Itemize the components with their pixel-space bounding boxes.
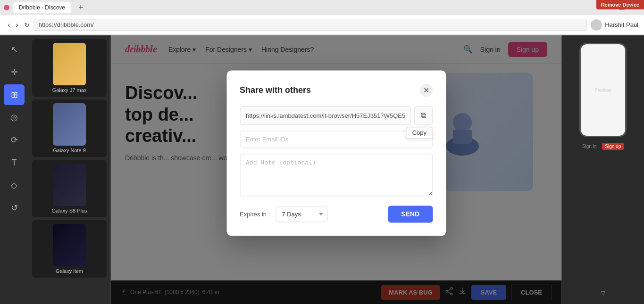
phone-frame: Preview bbox=[579, 43, 627, 137]
phone-sign-up-label: Sign up bbox=[602, 143, 624, 150]
user-info: Harshit Paul bbox=[591, 19, 638, 31]
note-textarea[interactable] bbox=[240, 154, 433, 196]
device-item-galaxy-extra[interactable]: Galaxy item bbox=[32, 220, 107, 278]
cursor-tool[interactable]: ↖ bbox=[4, 39, 25, 60]
device-sidebar: Galaxy J7 max Galaxy Note 9 Galaxy S8 Pl… bbox=[28, 35, 111, 304]
device-thumb-galaxy-note9 bbox=[53, 103, 86, 146]
url-bar[interactable]: https://dribbble.com/ bbox=[33, 19, 587, 31]
phone-screen-placeholder: Preview bbox=[594, 88, 611, 93]
copy-tooltip: Copy bbox=[406, 127, 433, 139]
back-button[interactable]: ‹ bbox=[6, 20, 12, 30]
copy-btn-wrap: ⧉ Copy bbox=[414, 106, 433, 125]
expires-select[interactable]: 7 Days 1 Day 3 Days 14 Days 30 Days bbox=[276, 206, 327, 222]
element-picker-tool[interactable]: ✛ bbox=[4, 62, 25, 82]
browser-tab[interactable]: Dribbble - Discove bbox=[13, 2, 71, 13]
device-item-galaxy-s8plus[interactable]: Galaxy S8 Plus bbox=[32, 160, 107, 217]
tab-title: Dribbble - Discove bbox=[19, 4, 65, 11]
phone-chevron-down[interactable]: ▽ bbox=[601, 290, 605, 296]
user-name: Harshit Paul bbox=[605, 21, 638, 28]
phone-preview: Preview Sign in Sign up ▽ bbox=[561, 35, 644, 304]
title-bar: Dribbble - Discove + — ❐ ✕ bbox=[0, 0, 644, 15]
device-thumb-galaxy-j7 bbox=[53, 43, 86, 85]
modal-close-button[interactable]: ✕ bbox=[419, 83, 433, 97]
phone-sign-in-label: Sign in bbox=[582, 144, 597, 149]
phone-controls: Sign in Sign up bbox=[582, 143, 624, 150]
modal-header: Share with others ✕ bbox=[240, 83, 433, 97]
nav-bar: ‹ › ↻ https://dribbble.com/ Harshit Paul… bbox=[0, 15, 644, 35]
new-tab-button[interactable]: + bbox=[78, 3, 84, 13]
expires-label: Expires in : bbox=[240, 211, 270, 218]
phone-screen: Preview bbox=[581, 44, 625, 136]
device-item-galaxy-note9[interactable]: Galaxy Note 9 bbox=[32, 99, 107, 157]
undo-tool[interactable]: ↺ bbox=[4, 197, 25, 218]
share-link-input[interactable] bbox=[240, 106, 411, 125]
device-thumb-galaxy-extra bbox=[53, 224, 86, 266]
refresh-button[interactable]: ↻ bbox=[24, 21, 30, 29]
content-area: dribbble Explore ▾ For Designers ▾ Hirin… bbox=[111, 35, 561, 304]
device-name-galaxy-extra: Galaxy item bbox=[56, 268, 83, 274]
device-thumb-galaxy-s8plus bbox=[53, 164, 86, 206]
transform-tool[interactable]: ⟳ bbox=[4, 130, 25, 150]
grid-tool[interactable]: ⊞ bbox=[4, 84, 25, 105]
modal-title: Share with others bbox=[240, 85, 311, 95]
email-input[interactable] bbox=[240, 131, 433, 148]
forward-button[interactable]: › bbox=[14, 20, 20, 30]
device-name-galaxy-j7: Galaxy J7 max bbox=[52, 87, 87, 93]
text-tool[interactable]: T bbox=[4, 152, 25, 173]
erase-tool[interactable]: ◇ bbox=[4, 175, 25, 196]
remove-device-badge[interactable]: Remove Device bbox=[596, 0, 644, 9]
modal-link-row: ⧉ Copy bbox=[240, 106, 433, 125]
browser-chrome: Dribbble - Discove + — ❐ ✕ ‹ › ↻ https:/… bbox=[0, 0, 644, 35]
device-name-galaxy-note9: Galaxy Note 9 bbox=[53, 148, 86, 153]
copy-link-button[interactable]: ⧉ bbox=[414, 106, 433, 125]
device-item-galaxy-j7[interactable]: Galaxy J7 max bbox=[32, 39, 107, 97]
modal-footer: Expires in : 7 Days 1 Day 3 Days 14 Days… bbox=[240, 205, 433, 222]
main-layout: ↖ ✛ ⊞ ◎ ⟳ T ◇ ↺ Galaxy J7 max Galaxy Not… bbox=[0, 35, 644, 304]
send-button[interactable]: SEND bbox=[388, 205, 433, 222]
share-modal: Share with others ✕ ⧉ Copy Expires in : bbox=[226, 70, 446, 236]
device-name-galaxy-s8plus: Galaxy S8 Plus bbox=[51, 208, 87, 214]
tool-sidebar: ↖ ✛ ⊞ ◎ ⟳ T ◇ ↺ bbox=[0, 35, 28, 304]
tab-favicon bbox=[4, 5, 9, 10]
user-avatar bbox=[591, 19, 602, 31]
nav-arrows: ‹ › bbox=[6, 20, 20, 30]
copy-icon: ⧉ bbox=[421, 111, 426, 120]
circle-tool[interactable]: ◎ bbox=[4, 107, 25, 128]
